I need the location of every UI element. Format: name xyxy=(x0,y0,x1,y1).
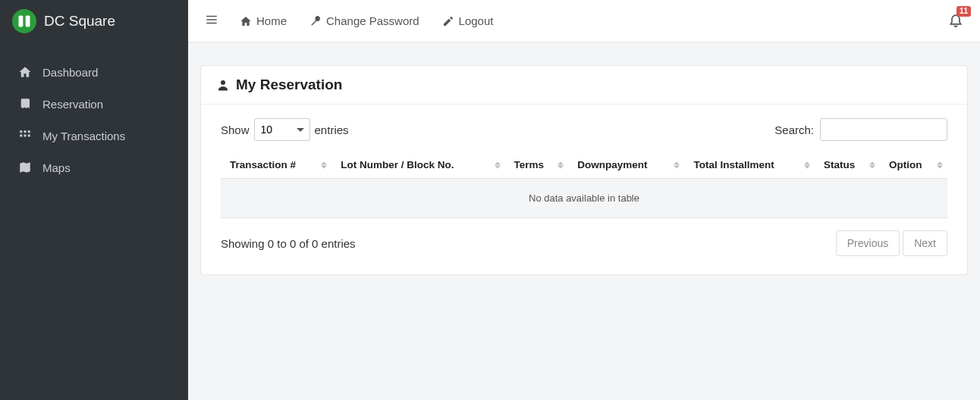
grid-icon xyxy=(18,129,32,142)
column-transaction-number[interactable]: Transaction # xyxy=(221,152,331,179)
brand: DC Square xyxy=(0,0,188,42)
pagination: Previous Next xyxy=(836,230,947,256)
previous-button[interactable]: Previous xyxy=(836,230,900,256)
dashboard-icon xyxy=(18,65,32,79)
column-downpayment[interactable]: Downpayment xyxy=(568,152,684,179)
search-input[interactable] xyxy=(820,118,947,141)
sidebar-item-dashboard[interactable]: Dashboard xyxy=(0,56,188,88)
column-option[interactable]: Option xyxy=(880,152,947,179)
sidebar-item-label: Maps xyxy=(42,161,71,174)
page-title: My Reservation xyxy=(236,77,342,93)
map-icon xyxy=(18,161,32,174)
sidebar-item-maps[interactable]: Maps xyxy=(0,152,188,183)
show-label-after: entries xyxy=(315,123,349,136)
empty-row: No data available in table xyxy=(221,179,947,218)
nav-logout-label: Logout xyxy=(459,14,494,27)
brand-logo-icon xyxy=(12,9,36,33)
empty-text: No data available in table xyxy=(221,179,947,218)
nav-change-password[interactable]: Change Password xyxy=(309,14,419,27)
search-label: Search: xyxy=(774,123,814,136)
sidebar-item-label: Reservation xyxy=(42,98,103,111)
topbar: Home Change Password Logout xyxy=(188,0,980,42)
nav-home-label: Home xyxy=(256,14,287,27)
svg-rect-7 xyxy=(28,135,30,137)
svg-rect-4 xyxy=(28,130,30,133)
notifications-button[interactable]: 11 xyxy=(948,12,963,30)
nav-home[interactable]: Home xyxy=(240,14,287,27)
sort-icon xyxy=(937,161,943,168)
sidebar: DC Square Dashboard Reservation My Trans… xyxy=(0,0,188,400)
sort-icon xyxy=(674,161,680,168)
wrench-icon xyxy=(309,15,322,27)
sort-icon xyxy=(321,161,327,168)
column-lot-block[interactable]: Lot Number / Block No. xyxy=(331,152,504,179)
svg-point-11 xyxy=(221,80,225,85)
svg-rect-0 xyxy=(19,16,24,27)
svg-rect-6 xyxy=(24,135,27,137)
edit-icon xyxy=(442,15,454,27)
card-header: My Reservation xyxy=(201,66,967,105)
sort-icon xyxy=(869,161,875,168)
page-size-select[interactable]: 10 xyxy=(254,118,310,141)
svg-rect-9 xyxy=(206,19,217,20)
svg-rect-2 xyxy=(20,130,22,133)
column-terms[interactable]: Terms xyxy=(505,152,569,179)
svg-rect-1 xyxy=(26,16,30,27)
sort-icon xyxy=(495,161,501,168)
hamburger-icon[interactable] xyxy=(205,13,218,29)
table-info: Showing 0 to 0 of 0 entries xyxy=(221,237,356,250)
book-icon xyxy=(18,97,32,111)
sidebar-item-my-transactions[interactable]: My Transactions xyxy=(0,120,188,152)
svg-rect-3 xyxy=(24,130,27,133)
brand-title: DC Square xyxy=(44,13,115,30)
column-status[interactable]: Status xyxy=(815,152,880,179)
user-icon xyxy=(216,78,230,92)
nav-change-password-label: Change Password xyxy=(326,14,419,27)
svg-rect-8 xyxy=(206,16,217,17)
column-total-installment[interactable]: Total Installment xyxy=(684,152,815,179)
svg-rect-5 xyxy=(20,135,22,137)
sort-icon xyxy=(558,161,564,168)
notifications-badge: 11 xyxy=(956,6,971,17)
nav-logout[interactable]: Logout xyxy=(442,14,494,27)
card-my-reservation: My Reservation Show 10 entries xyxy=(200,65,968,275)
next-button[interactable]: Next xyxy=(903,230,947,256)
svg-rect-10 xyxy=(206,23,217,24)
sidebar-item-label: My Transactions xyxy=(42,130,125,142)
sidebar-item-reservation[interactable]: Reservation xyxy=(0,88,188,120)
show-label-before: Show xyxy=(221,123,250,136)
sort-icon xyxy=(804,161,810,168)
sidebar-nav: Dashboard Reservation My Transactions Ma… xyxy=(0,42,188,183)
home-icon xyxy=(240,15,252,27)
reservation-table: Transaction # Lot Number / Block No. Ter… xyxy=(221,152,947,218)
sidebar-item-label: Dashboard xyxy=(42,66,98,79)
